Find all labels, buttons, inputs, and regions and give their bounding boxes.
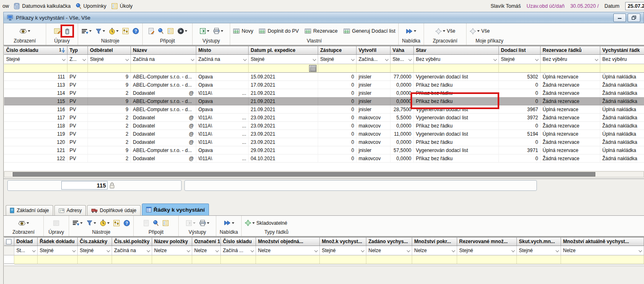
view-button[interactable] — [19, 28, 30, 34]
lines-select-all-header[interactable] — [4, 237, 14, 246]
lines-column-header-6[interactable]: Číslo skladu — [221, 237, 256, 246]
lines-search-cell-4[interactable] — [152, 255, 192, 264]
lines-filter-13[interactable]: Nelze — [561, 246, 644, 255]
orders-column-header-odberatel[interactable]: Odběratel — [88, 46, 131, 55]
orders-search-cell-typ[interactable] — [67, 64, 88, 73]
select-all-checkbox[interactable] — [6, 239, 11, 244]
orders-table-row[interactable]: 119PV2Dodavatel@\011A\...23.09.20210mako… — [4, 130, 644, 138]
orders-column-header-zastupce[interactable]: Zástupce — [318, 46, 357, 55]
add-to-pv-button[interactable]: Doplnit do PV — [259, 28, 298, 34]
media-button[interactable] — [177, 28, 187, 34]
lines-filter-11[interactable]: Stejné — [457, 246, 517, 255]
minimize-button[interactable] — [613, 13, 626, 22]
orders-filter-zastupce[interactable]: Stejné — [318, 55, 357, 64]
processing-filter-button[interactable] — [435, 28, 445, 35]
menu-item-tasks[interactable]: Úkoly — [109, 2, 135, 11]
settings-button[interactable] — [113, 220, 120, 226]
attach-pin-button[interactable] — [158, 28, 164, 34]
help-button[interactable]: ? — [123, 220, 130, 226]
orders-table-row[interactable]: 122PV2Dodavatel@\011A\...04.10.20210mako… — [4, 154, 644, 163]
print-button[interactable] — [213, 28, 223, 34]
orders-table-row[interactable]: 116PV9ABEL-Computer s.r.o. - d...Opava21… — [4, 105, 644, 114]
orders-table-row[interactable]: 120PV2Dodavatel@\011A\...23.09.20210mako… — [4, 138, 644, 146]
orders-search-cell-vychystani[interactable] — [600, 64, 644, 73]
checklist-button[interactable] — [167, 28, 174, 34]
lines-filter-10[interactable]: Nelze — [412, 246, 457, 255]
lines-search-cell-8[interactable] — [320, 255, 366, 264]
reservation-button[interactable]: Rezervace — [305, 28, 338, 34]
orders-column-header-datum[interactable]: Datum pl. expedice — [249, 46, 318, 55]
lines-column-header-1[interactable]: Řádek dokladu — [38, 237, 78, 246]
lines-column-header-7[interactable]: Množství objedná... — [256, 237, 320, 246]
menu-item-date-calculator[interactable]: Datumová kalkulačka — [11, 2, 73, 11]
checklist-button[interactable] — [162, 220, 169, 226]
orders-search-cell-zastupce[interactable] — [318, 64, 357, 73]
timer-button[interactable] — [100, 219, 110, 226]
orders-table-row[interactable]: 114PV2Dodavatel@\011A\...21.09.20210jnis… — [4, 89, 644, 97]
lines-search-cell-13[interactable] — [561, 255, 644, 264]
orders-filter-rezervace[interactable]: Bez výběru — [541, 55, 600, 64]
orders-search-cell-datum[interactable] — [249, 64, 318, 73]
orders-search-cell-nazev[interactable] — [131, 64, 196, 73]
orders-table-row[interactable]: 117PV2Dodavatel@\011A\...23.09.20210mako… — [4, 114, 644, 122]
menu-button[interactable] — [406, 29, 416, 34]
lines-column-header-10[interactable]: Množství pokr... — [412, 237, 457, 246]
lines-search-cell-2[interactable] — [78, 255, 112, 264]
tab-radky-k-vychystani[interactable]: Řádky k vychystání — [142, 203, 209, 215]
help-button[interactable]: ? — [132, 28, 139, 34]
note-button[interactable] — [148, 28, 154, 34]
orders-filter-stav[interactable]: Bez výběru — [414, 55, 499, 64]
lines-search-cell-1[interactable] — [38, 255, 78, 264]
lines-search-cell-10[interactable] — [412, 255, 457, 264]
orders-column-header-nazev[interactable]: Název — [131, 46, 196, 55]
orders-column-header-rezervace[interactable]: Rezervace řádků — [541, 46, 600, 55]
orders-table-row[interactable]: 118PV2Dodavatel@\011A\...23.09.20210mako… — [4, 122, 644, 130]
orders-table-row[interactable]: 113PV9ABEL-Computer s.r.o. - d...Opava17… — [4, 81, 644, 89]
lines-search-cell-5[interactable] — [192, 255, 221, 264]
lines-filter-2[interactable]: Stejné — [78, 246, 112, 255]
my-orders-filter-button[interactable] — [469, 28, 480, 35]
new-button[interactable]: Novy — [233, 28, 253, 34]
filter-button[interactable] — [95, 28, 105, 34]
menu-button[interactable] — [224, 220, 234, 226]
orders-search-cell-vytvoril[interactable] — [357, 64, 390, 73]
filter-button[interactable] — [86, 220, 96, 226]
lines-search-cell-6[interactable] — [221, 255, 256, 264]
tab-adresy[interactable]: Adresy — [54, 205, 86, 215]
orders-search-cell-dodaci[interactable] — [499, 64, 541, 73]
row-type-filter-button[interactable] — [245, 219, 255, 226]
lines-filter-12[interactable]: Stejné — [517, 246, 561, 255]
orders-table-row[interactable]: 111PV9ABEL-Computer s.r.o. - d...Opava15… — [4, 73, 644, 81]
lines-column-header-3[interactable]: Čís.skl.položky — [112, 237, 152, 246]
lines-filter-1[interactable]: Stejné — [38, 246, 78, 255]
excel-export-button[interactable] — [200, 28, 209, 34]
orders-filter-nazev[interactable]: Začíná na — [131, 55, 196, 64]
lines-column-header-8[interactable]: Množ.k vychyst... — [320, 237, 366, 246]
lines-filter-3[interactable]: Začíná na — [112, 246, 152, 255]
lines-search-cell-3[interactable] — [112, 255, 152, 264]
orders-column-header-vychystani[interactable]: Vychystání řádk — [600, 46, 644, 55]
select-records-button[interactable] — [72, 220, 83, 226]
settings-button[interactable] — [122, 28, 129, 34]
orders-column-header-dodaci[interactable]: Dodací list — [499, 46, 541, 55]
lines-filter-6[interactable]: Začíná ... — [221, 246, 256, 255]
lines-column-header-0[interactable]: Doklad — [14, 237, 38, 246]
edit-record-button[interactable] — [54, 28, 61, 34]
print-button[interactable] — [199, 220, 209, 226]
orders-search-cell-stav[interactable] — [414, 64, 499, 73]
orders-filter-dodaci[interactable]: Stejné — [499, 55, 541, 64]
delete-record-button[interactable] — [64, 28, 70, 35]
orders-filter-odberatel[interactable]: Stejné — [88, 55, 131, 64]
lines-column-header-2[interactable]: Čís.zakázky — [78, 237, 112, 246]
tab-doplnkove-udaje[interactable]: Doplňkové údaje — [87, 205, 140, 215]
attach-pin-button[interactable] — [153, 220, 159, 226]
select-records-button[interactable] — [81, 28, 92, 34]
orders-table-row[interactable]: 115PV9ABEL-Computer s.r.o. - d...Opava21… — [4, 97, 644, 105]
lines-search-cell-11[interactable] — [457, 255, 517, 264]
lines-filter-5[interactable]: Nelze — [192, 246, 221, 255]
orders-column-header-misto[interactable]: Místo — [196, 46, 249, 55]
orders-search-cell-odberatel[interactable] — [88, 64, 131, 73]
orders-filter-misto[interactable]: Začíná na — [196, 55, 249, 64]
timer-button[interactable] — [109, 28, 119, 35]
orders-search-cell-rezervace[interactable] — [541, 64, 600, 73]
